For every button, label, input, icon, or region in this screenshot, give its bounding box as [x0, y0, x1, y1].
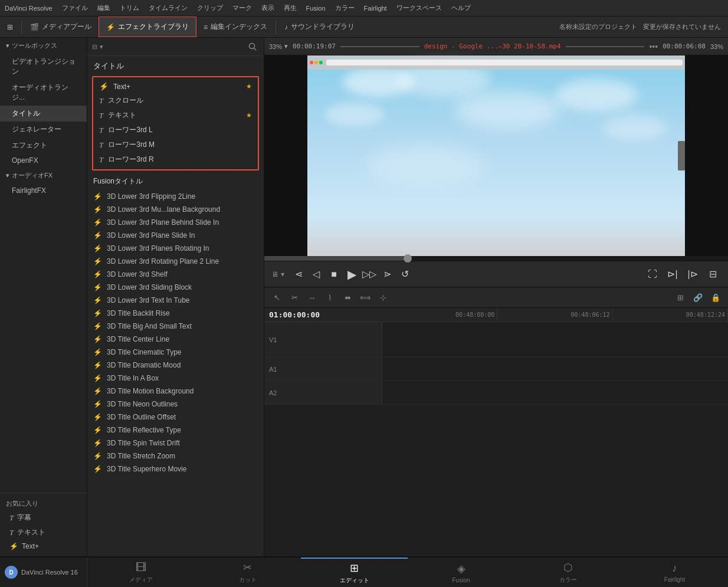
menu-color[interactable]: カラー	[335, 4, 355, 12]
stop-btn[interactable]: ■	[326, 266, 342, 283]
menu-view[interactable]: 表示	[261, 4, 274, 12]
sidebar-section-toolbox[interactable]: ▾ ツールボックス	[0, 38, 87, 54]
sidebar-section-audiofx[interactable]: ▾ オーディオFX	[0, 168, 87, 183]
fusion-list-item[interactable]: ⚡3D Lower 3rd Plane Slide In	[87, 229, 264, 242]
fusion-list-item[interactable]: ⚡3D Lower 3rd Planes Rotating In	[87, 242, 264, 255]
lock-tool[interactable]: 🔒	[708, 290, 723, 305]
fusion-list-item[interactable]: ⚡3D Title Superhero Movie	[87, 463, 264, 475]
sidebar-fav-subtitle[interactable]: T 字幕	[0, 510, 87, 525]
menu-clip[interactable]: クリップ	[197, 4, 223, 12]
fusion-list-item[interactable]: ⚡3D Title Stretch Zoom	[87, 450, 264, 463]
fast-forward-btn[interactable]: ▷▷	[361, 266, 378, 283]
fusion-list-item[interactable]: ⚡3D Title In A Box	[87, 372, 264, 385]
prev-clip-btn[interactable]: ⋖	[290, 266, 307, 283]
nav-edit[interactable]: ⊞ エディット	[301, 558, 408, 587]
fusion-item-bolt-icon: ⚡	[93, 426, 102, 434]
sound-library-btn[interactable]: ♪ サウンドライブラリ	[277, 17, 362, 37]
effects-library-btn[interactable]: ⚡ エフェクトライブラリ	[99, 17, 196, 37]
track-content-2[interactable]	[382, 358, 728, 381]
fusion-list-item[interactable]: ⚡3D Title Backlit Rise	[87, 307, 264, 320]
sidebar-fav-textplus[interactable]: ⚡ Text+	[0, 540, 87, 553]
nav-media[interactable]: 🎞 メディア	[87, 558, 194, 587]
dynamic-trim-tool[interactable]: ↔	[304, 290, 320, 305]
more-options-btn[interactable]: ⊟	[704, 266, 721, 283]
sidebar-item-video-transition[interactable]: ビデオトランジション	[0, 54, 87, 80]
nav-fusion[interactable]: ◈ Fusion	[408, 558, 514, 587]
nav-color[interactable]: ⬡ カラー	[514, 558, 621, 587]
effects-library-icon: ⚡	[106, 23, 115, 31]
fusion-list-item[interactable]: ⚡3D Lower 3rd Text In Tube	[87, 294, 264, 307]
menu-help[interactable]: ヘルプ	[451, 4, 471, 12]
snap-tool[interactable]: ⊞	[673, 290, 688, 305]
slide-tool[interactable]: ⟺	[358, 290, 373, 305]
sidebar-item-openfx[interactable]: OpenFX	[0, 153, 87, 168]
next-frame-btn[interactable]: ⊳|	[664, 266, 681, 283]
trim-tool[interactable]: ✂	[287, 290, 302, 305]
media-pool-btn[interactable]: 🎬 メディアプール	[23, 17, 99, 37]
menu-file[interactable]: ファイル	[62, 4, 88, 12]
fusion-list-item[interactable]: ⚡3D Lower 3rd Flipping 2Line	[87, 190, 264, 203]
layout-toggle[interactable]: ⊟ ▾	[92, 43, 103, 51]
fusion-list-item[interactable]: ⚡3D Title Neon Outlines	[87, 398, 264, 411]
fusion-list-item[interactable]: ⚡3D Lower 3rd Plane Behind Slide In	[87, 216, 264, 229]
warp-tool[interactable]: ⊹	[375, 290, 391, 305]
menu-fairlight[interactable]: Fairlight	[364, 5, 387, 12]
fusion-list-item[interactable]: ⚡3D Title Motion Background	[87, 385, 264, 398]
next-clip-btn[interactable]: ⋗	[379, 266, 395, 283]
fusion-list-item[interactable]: ⚡3D Title Center Line	[87, 333, 264, 346]
fusion-list-item[interactable]: ⚡3D Lower 3rd Rotating Plane 2 Line	[87, 255, 264, 268]
link-tool[interactable]: 🔗	[690, 290, 706, 305]
toolbar-panel-toggle[interactable]: ⊞	[0, 17, 20, 37]
zoom-control-left[interactable]: 33% ▾	[269, 42, 288, 50]
track-content-3[interactable]	[382, 381, 728, 404]
title-item-scroll[interactable]: T スクロール	[93, 93, 258, 108]
menu-timeline[interactable]: タイムライン	[149, 4, 188, 12]
title-item-lower3rd-r[interactable]: T ローワー3rd R	[93, 152, 258, 167]
title-item-text[interactable]: T テキスト ★	[93, 108, 258, 123]
search-button[interactable]	[246, 40, 259, 53]
fusion-list-item[interactable]: ⚡3D Title Spin Twist Drift	[87, 437, 264, 450]
track-content-1[interactable]	[382, 322, 728, 357]
fusion-list-item[interactable]: ⚡3D Title Big And Small Text	[87, 320, 264, 333]
fusion-item-label: 3D Lower 3rd Shelf	[107, 270, 168, 278]
scroll-handle[interactable]	[678, 141, 685, 170]
cursor-tool[interactable]: ↖	[269, 290, 284, 305]
nav-cut[interactable]: ✂ カット	[194, 558, 301, 587]
play-btn[interactable]: ▶	[343, 266, 360, 283]
menu-trim[interactable]: トリム	[120, 4, 139, 12]
blade-tool[interactable]: ⌇	[322, 290, 337, 305]
title-item-textplus[interactable]: ⚡ Text+ ★	[93, 80, 258, 93]
menu-playback[interactable]: 再生	[284, 4, 297, 12]
step-back-btn[interactable]: ◁	[308, 266, 324, 283]
preview-dots[interactable]: •••	[649, 42, 658, 51]
sidebar-item-fairlightfx[interactable]: FairlightFX	[0, 183, 87, 198]
fusion-list-item[interactable]: ⚡3D Lower 3rd Sliding Block	[87, 281, 264, 294]
sidebar-item-title[interactable]: タイトル	[0, 106, 87, 122]
scrubber-thumb[interactable]	[404, 254, 412, 263]
menu-fusion[interactable]: Fusion	[306, 5, 326, 12]
last-frame-btn[interactable]: |⊳	[684, 266, 701, 283]
sidebar-item-generator[interactable]: ジェネレーター	[0, 122, 87, 137]
fusion-list-item[interactable]: ⚡3D Lower 3rd Mu...lane Background	[87, 203, 264, 216]
sidebar-item-audio-transition[interactable]: オーディオトランジ...	[0, 80, 87, 106]
menu-mark[interactable]: マーク	[232, 4, 252, 12]
fusion-list-item[interactable]: ⚡3D Title Cinematic Type	[87, 346, 264, 359]
sidebar-fav-text[interactable]: T テキスト	[0, 525, 87, 540]
menu-workspace[interactable]: ワークスペース	[396, 4, 442, 12]
fusion-list-item[interactable]: ⚡3D Title Outline Offset	[87, 411, 264, 424]
menu-edit[interactable]: 編集	[97, 4, 110, 12]
sidebar-item-effect[interactable]: エフェクト	[0, 137, 87, 153]
timeline-scrubber[interactable]	[264, 256, 728, 261]
slip-tool[interactable]: ⬌	[340, 290, 355, 305]
title-item-lower3rd-l[interactable]: T ローワー3rd L	[93, 123, 258, 137]
edit-index-btn[interactable]: ≡ 編集インデックス	[196, 17, 274, 37]
fullscreen-btn[interactable]: ⛶	[644, 266, 661, 283]
fusion-list-item[interactable]: ⚡3D Title Dramatic Mood	[87, 359, 264, 372]
nav-fairlight[interactable]: ♪ Fairlight	[621, 558, 728, 587]
title-item-lower3rd-m[interactable]: T ローワー3rd M	[93, 137, 258, 152]
fusion-list-item[interactable]: ⚡3D Lower 3rd Shelf	[87, 268, 264, 281]
monitor-selector[interactable]: 🖥 ▾	[271, 270, 284, 278]
menu-davinci[interactable]: DaVinci Resolve	[5, 5, 53, 12]
fusion-list-item[interactable]: ⚡3D Title Reflective Type	[87, 424, 264, 437]
loop-btn[interactable]: ↺	[396, 266, 413, 283]
